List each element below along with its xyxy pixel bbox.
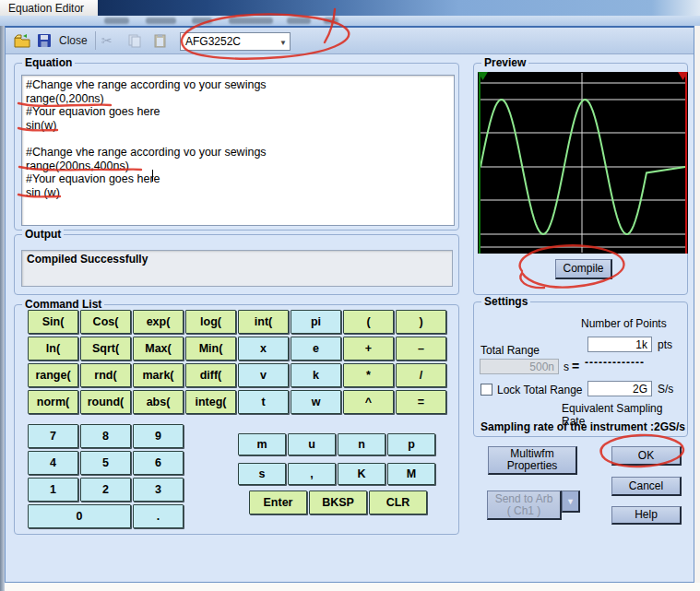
command-key[interactable]: +	[343, 337, 394, 361]
command-key[interactable]: ln(	[28, 337, 78, 361]
lock-total-range-checkbox[interactable]	[481, 384, 492, 396]
numpad-key[interactable]: 3	[133, 478, 184, 502]
unit-key[interactable]: s	[238, 463, 286, 485]
command-key[interactable]: norm(	[28, 390, 78, 414]
action-key[interactable]: BKSP	[309, 491, 367, 514]
command-key[interactable]: log(	[185, 310, 236, 334]
unit-key[interactable]: m	[238, 433, 286, 455]
equation-textarea[interactable]: #Change vhe range according vo your sewi…	[21, 75, 455, 226]
settings-group-label: Settings	[481, 295, 530, 308]
command-key[interactable]: )	[396, 310, 446, 334]
menu-item-blurred[interactable]	[146, 18, 176, 24]
menu-item-blurred[interactable]	[104, 18, 129, 24]
command-key[interactable]: w	[291, 390, 341, 414]
command-key[interactable]: mark(	[133, 363, 184, 387]
instrument-combo[interactable]: AFG3252C ▼	[180, 32, 291, 51]
multiwfm-properties-button[interactable]: Multiwfm Properties	[488, 446, 577, 475]
command-key[interactable]: *	[343, 363, 394, 387]
sampling-rate-input[interactable]	[587, 381, 652, 396]
command-key[interactable]: diff(	[185, 363, 236, 387]
command-key[interactable]: e	[291, 337, 341, 361]
command-key[interactable]: ^	[343, 390, 394, 414]
numpad-key[interactable]: 8	[80, 424, 131, 448]
unit-key[interactable]: M	[387, 463, 435, 485]
action-key[interactable]: CLR	[369, 491, 427, 514]
send-to-arb-button[interactable]: Send to Arb ( Ch1 )	[487, 491, 562, 520]
numpad-key[interactable]: 6	[133, 451, 184, 475]
command-key[interactable]: Max(	[133, 337, 184, 361]
command-key[interactable]: Cos(	[80, 310, 131, 334]
preview-group: Preview Compile	[473, 63, 688, 295]
command-key[interactable]: t	[238, 390, 289, 414]
command-key[interactable]: Sin(	[28, 310, 78, 334]
equation-group: Equation #Change vhe range according vo …	[14, 63, 459, 230]
menu-item-blurred[interactable]	[324, 18, 338, 24]
command-key[interactable]: Min(	[185, 337, 236, 361]
unit-key[interactable]: ,	[288, 463, 336, 485]
command-key[interactable]: =	[396, 390, 446, 414]
numpad-key[interactable]: 1	[28, 478, 78, 502]
waveform-svg	[478, 72, 688, 254]
command-key[interactable]: range(	[28, 363, 78, 387]
lock-total-range-label: Lock Total Range	[497, 384, 583, 396]
numpad-key[interactable]: 2	[80, 478, 131, 502]
command-key[interactable]: rnd(	[80, 363, 131, 387]
copy-icon[interactable]	[127, 33, 144, 48]
text-caret	[152, 170, 153, 182]
output-group: Output Compiled Successfully	[14, 234, 459, 295]
command-key[interactable]: /	[396, 363, 446, 387]
equation-editor-dialog: Close ✂ AFG3252C ▼ Equation #Change vhe …	[5, 26, 694, 583]
open-file-icon[interactable]	[14, 33, 30, 48]
menu-item-blurred[interactable]	[287, 18, 311, 24]
send-to-arb-dropdown-icon[interactable]: ▼	[562, 491, 580, 513]
unit-key[interactable]: K	[338, 463, 386, 485]
command-key[interactable]: int(	[238, 310, 289, 334]
window-right-edge	[694, 26, 700, 591]
command-key[interactable]: k	[291, 363, 341, 387]
toolbar-separator	[95, 31, 96, 50]
ok-button[interactable]: OK	[611, 446, 682, 466]
numpad-key[interactable]: 5	[80, 451, 131, 475]
preview-group-label: Preview	[481, 56, 528, 69]
command-key[interactable]: integ(	[185, 390, 236, 414]
command-key[interactable]: abs(	[133, 390, 184, 414]
unit-key[interactable]: p	[387, 433, 435, 455]
command-key[interactable]: v	[238, 363, 289, 387]
number-of-points-input[interactable]	[587, 337, 652, 352]
instrument-combo-value: AFG3252C	[185, 35, 241, 48]
chevron-down-icon[interactable]: ▼	[279, 39, 287, 47]
command-key[interactable]: (	[343, 310, 394, 334]
screen: Equation Editor Close ✂	[0, 0, 700, 591]
unit-key[interactable]: u	[288, 433, 336, 455]
command-key[interactable]: exp(	[133, 310, 184, 334]
menu-item-blurred[interactable]	[229, 18, 273, 24]
unit-key[interactable]: n	[338, 433, 386, 455]
numpad-key[interactable]: 0	[28, 504, 131, 528]
seconds-label: s	[564, 361, 569, 373]
numpad-key[interactable]: 4	[28, 451, 78, 475]
numpad-key[interactable]: .	[133, 504, 184, 528]
cut-icon[interactable]: ✂	[101, 33, 118, 48]
paste-icon[interactable]	[153, 33, 170, 48]
settings-group: Settings Number of Points pts Total Rang…	[473, 301, 688, 437]
parent-titlebar-gradient	[98, 0, 700, 16]
command-key[interactable]: round(	[80, 390, 131, 414]
menu-item-blurred[interactable]	[192, 18, 212, 24]
numpad-key[interactable]: 7	[28, 424, 78, 448]
save-icon[interactable]	[37, 33, 53, 48]
command-key[interactable]: pi	[291, 310, 341, 334]
command-key[interactable]: x	[238, 337, 289, 361]
window-bottom-edge	[5, 583, 700, 591]
numpad-key[interactable]: 9	[133, 424, 184, 448]
dialog-title: Equation Editor	[0, 0, 98, 16]
action-key[interactable]: Enter	[249, 491, 307, 514]
number-of-points-label: Number of Points	[581, 317, 667, 330]
close-button[interactable]: Close	[59, 34, 88, 47]
help-button[interactable]: Help	[611, 506, 682, 525]
cancel-button[interactable]: Cancel	[611, 477, 682, 496]
total-range-input	[480, 359, 559, 374]
command-key[interactable]: Sqrt(	[80, 337, 131, 361]
command-key[interactable]: –	[396, 337, 446, 361]
equation-group-label: Equation	[22, 56, 75, 69]
compile-button[interactable]: Compile	[555, 259, 612, 279]
